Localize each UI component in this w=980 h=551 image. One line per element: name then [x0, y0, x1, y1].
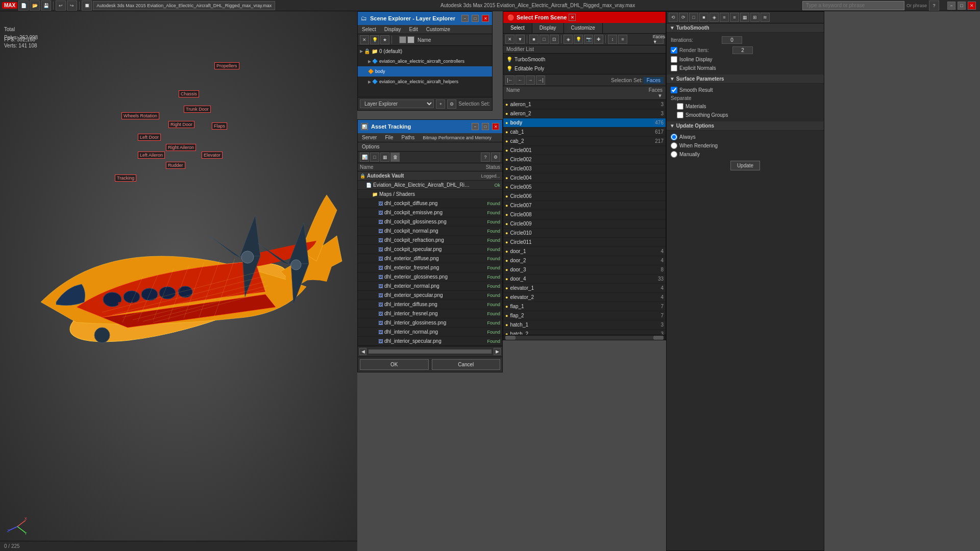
help-btn[interactable]: ? [929, 1, 939, 11]
at-row-file-1[interactable]: 🖼 dhl_cockpit_diffuse.png Found [358, 199, 502, 208]
ts-tb-7[interactable]: ≡ [730, 13, 739, 22]
at-row-file-7[interactable]: 🖼 dhl_exterior_diffuse.png Found [358, 254, 502, 263]
obj-cab-2[interactable]: ●cab_2217 [503, 137, 666, 146]
close-btn[interactable]: ✕ [968, 2, 976, 10]
viewport[interactable]: [+] [Perspective] [Shaded + Edged Faces]… [0, 11, 357, 551]
save-btn[interactable]: 💾 [41, 1, 51, 11]
ts-tb-10[interactable]: ≋ [761, 13, 770, 22]
sfs-tb-all[interactable]: ■ [529, 35, 538, 44]
at-row-vault[interactable]: 🔒 Autodesk Vault Logged... [358, 171, 502, 181]
isoline-checkbox[interactable] [671, 56, 677, 63]
obj-circle007[interactable]: ●Circle007 [503, 201, 666, 210]
at-menu-options[interactable]: Options [360, 143, 381, 150]
open-btn[interactable]: 📂 [30, 1, 40, 11]
materials-checkbox[interactable] [677, 103, 683, 110]
at-row-file-15[interactable]: 🖼 dhl_interior_normal.png Found [358, 328, 502, 337]
ts-tb-2[interactable]: ⟳ [679, 13, 688, 22]
when-rendering-radio[interactable] [671, 142, 677, 149]
file-label[interactable]: Autodesk 3ds Max 2015 Eviation_Alice_Ele… [93, 1, 275, 10]
scene-btn[interactable]: 🔲 [82, 1, 92, 11]
update-button[interactable]: Update [730, 161, 760, 170]
se-tb-col1[interactable] [399, 36, 406, 43]
at-row-file-5[interactable]: 🖼 dhl_cockpit_refraction.png Found [358, 236, 502, 245]
object-list[interactable]: ●aileron_13 ●aileron_23 ●body476 ●cab_16… [503, 100, 666, 335]
obj-door-2[interactable]: ●door_24 [503, 256, 666, 265]
obj-circle001[interactable]: ●Circle001 [503, 146, 666, 155]
sfs-tb-filter[interactable]: ▼ [516, 35, 525, 44]
ts-tb-9[interactable]: ⊞ [750, 13, 760, 22]
tab-display[interactable]: Display [532, 23, 564, 33]
tree-item-helpers[interactable]: ▶ 🔷 eviation_alice_electric_aircraft_hel… [358, 77, 492, 87]
sfs-tb-x[interactable]: ✕ [505, 35, 514, 44]
ts-tb-1[interactable]: ⟲ [669, 13, 678, 22]
obj-body[interactable]: ●body476 [503, 118, 666, 128]
tree-item-default-layer[interactable]: ▶ 🔒 📁 0 (default) [358, 46, 492, 56]
manually-radio[interactable] [671, 151, 677, 158]
se-menu-display[interactable]: Display [382, 26, 403, 33]
obj-circle005[interactable]: ●Circle005 [503, 183, 666, 192]
at-close-btn[interactable]: ✕ [492, 123, 499, 130]
mod-item-editpoly[interactable]: 💡 Editable Poly [505, 64, 664, 73]
se-menu-edit[interactable]: Edit [407, 26, 420, 33]
at-menu-file[interactable]: File [383, 134, 395, 141]
sfs-tb-layout[interactable]: ≡ [618, 35, 627, 44]
se-close-btn[interactable]: ✕ [482, 15, 489, 22]
sfs-close-btn[interactable]: ✕ [569, 14, 576, 21]
maximize-btn[interactable]: □ [958, 2, 966, 10]
se-tb-x[interactable]: ✕ [360, 35, 369, 44]
cancel-button[interactable]: Cancel [432, 359, 501, 370]
obj-circle002[interactable]: ●Circle002 [503, 155, 666, 164]
obj-circle006[interactable]: ●Circle006 [503, 192, 666, 201]
obj-circle003[interactable]: ●Circle003 [503, 164, 666, 173]
undo-btn[interactable]: ↩ [56, 1, 66, 11]
se-menu-select[interactable]: Select [360, 26, 378, 33]
obj-flap-2[interactable]: ●flap_27 [503, 311, 666, 320]
se-menu-customize[interactable]: Customize [424, 26, 452, 33]
sfs-tb-selset[interactable]: Faces ▼ [654, 35, 664, 44]
obj-aileron-1[interactable]: ●aileron_13 [503, 100, 666, 109]
new-btn[interactable]: 📄 [18, 1, 29, 11]
sfs-tb-geo[interactable]: ◈ [564, 35, 573, 44]
mod-nav-4[interactable]: →| [536, 76, 545, 85]
at-row-file-13[interactable]: 🖼 dhl_interior_fresnel.png Found [358, 309, 502, 318]
mod-nav-1[interactable]: |← [505, 76, 514, 85]
mod-item-turbosmooth[interactable]: 💡 TurboSmooth [505, 55, 664, 64]
render-iters-checkbox[interactable] [671, 47, 677, 54]
at-row-aircraft[interactable]: 📄 Eviation_Alice_Electric_Aircraft_DHL_R… [358, 181, 502, 190]
sfs-tb-invert[interactable]: ⊡ [550, 35, 559, 44]
ts-tb-4[interactable]: ■ [699, 13, 708, 22]
ts-section-header[interactable]: ▼ TurboSmooth [667, 23, 824, 33]
ts-tb-6[interactable]: ≡ [720, 13, 729, 22]
at-scrollbar[interactable] [369, 349, 492, 354]
sfs-tb-none[interactable]: □ [540, 35, 549, 44]
always-radio[interactable] [671, 134, 677, 140]
at-file-list[interactable]: 🔒 Autodesk Vault Logged... 📄 Eviation_Al… [358, 171, 502, 346]
at-row-file-4[interactable]: 🖼 dhl_cockpit_normal.png Found [358, 227, 502, 236]
at-nav-left[interactable]: ◀ [359, 348, 366, 355]
obj-door-1[interactable]: ●door_14 [503, 247, 666, 256]
obj-elevator-1[interactable]: ●elevator_14 [503, 284, 666, 293]
at-row-file-8[interactable]: 🖼 dhl_exterior_fresnel.png Found [358, 263, 502, 272]
minimize-btn[interactable]: − [947, 2, 955, 10]
at-nav-right[interactable]: ▶ [494, 348, 501, 355]
sfs-tb-sort[interactable]: ↕ [608, 35, 617, 44]
at-row-maps[interactable]: 📁 Maps / Shaders [358, 190, 502, 199]
ts-tb-5[interactable]: ◈ [709, 13, 719, 22]
obj-door-4[interactable]: ●door_433 [503, 274, 666, 284]
at-row-file-9[interactable]: 🖼 dhl_exterior_glossiness.png Found [358, 272, 502, 282]
at-tb-2[interactable]: □ [370, 153, 379, 162]
ts-iterations-input[interactable] [722, 36, 742, 44]
tab-select[interactable]: Select [503, 23, 532, 33]
se-cfg-btn[interactable]: ⚙ [447, 99, 456, 109]
ts-tb-8[interactable]: ▦ [740, 13, 749, 22]
se-minimize-btn[interactable]: − [461, 15, 469, 22]
se-tb-light[interactable]: 💡 [370, 35, 379, 44]
sfs-tb-helper[interactable]: ✚ [594, 35, 603, 44]
obj-door-3[interactable]: ●door_38 [503, 265, 666, 274]
se-add-btn[interactable]: + [436, 99, 445, 109]
sfs-scrollbar-h[interactable] [503, 335, 666, 340]
ok-button[interactable]: OK [360, 359, 429, 370]
smoothing-groups-checkbox[interactable] [677, 112, 683, 118]
at-tb-1[interactable]: 📊 [360, 153, 369, 162]
tree-item-controllers[interactable]: ▶ 🔷 eviation_alice_electric_aircraft_con… [358, 56, 492, 66]
